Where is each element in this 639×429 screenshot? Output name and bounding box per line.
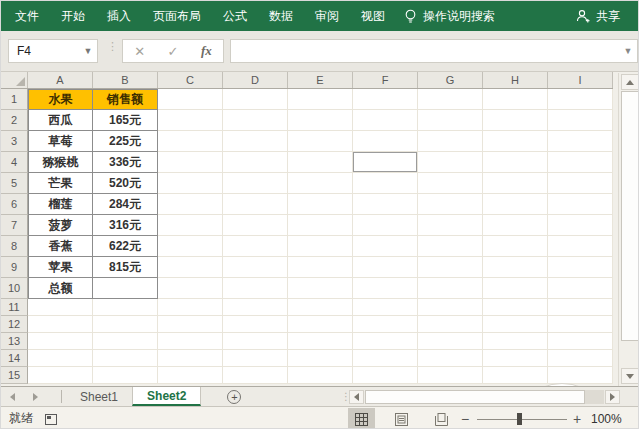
cell-G5[interactable] xyxy=(418,173,483,194)
cell-I8[interactable] xyxy=(548,236,613,257)
ribbon-tab-插入[interactable]: 插入 xyxy=(96,1,142,31)
normal-view-button[interactable] xyxy=(348,408,375,429)
zoom-slider-track[interactable] xyxy=(477,419,567,420)
cell-C3[interactable] xyxy=(158,131,223,152)
cell-A8[interactable]: 香蕉 xyxy=(28,236,93,257)
column-header-A[interactable]: A xyxy=(28,72,93,88)
name-box[interactable]: F4 ▼ xyxy=(8,39,98,63)
cell-H5[interactable] xyxy=(483,173,548,194)
cell-D2[interactable] xyxy=(223,110,288,131)
cell-E6[interactable] xyxy=(288,194,353,215)
cell-A3[interactable]: 草莓 xyxy=(28,131,93,152)
zoom-slider-thumb[interactable] xyxy=(517,413,522,425)
cell-E1[interactable] xyxy=(288,89,353,110)
cell-A2[interactable]: 西瓜 xyxy=(28,110,93,131)
cell-A9[interactable]: 苹果 xyxy=(28,257,93,278)
cell-H14[interactable] xyxy=(483,350,548,367)
cell-C12[interactable] xyxy=(158,316,223,333)
macro-record-icon[interactable] xyxy=(45,414,57,425)
expand-formula-bar-icon[interactable]: ▼ xyxy=(619,46,637,56)
cell-D8[interactable] xyxy=(223,236,288,257)
ribbon-tab-公式[interactable]: 公式 xyxy=(212,1,258,31)
cell-B8[interactable]: 622元 xyxy=(93,236,158,257)
cell-G12[interactable] xyxy=(418,316,483,333)
cell-D15[interactable] xyxy=(223,367,288,384)
row-header-2[interactable]: 2 xyxy=(1,110,28,131)
cell-A13[interactable] xyxy=(28,333,93,350)
cell-F14[interactable] xyxy=(353,350,418,367)
row-header-7[interactable]: 7 xyxy=(1,215,28,236)
column-header-B[interactable]: B xyxy=(93,72,158,88)
cell-A7[interactable]: 菠萝 xyxy=(28,215,93,236)
row-header-3[interactable]: 3 xyxy=(1,131,28,152)
cell-A5[interactable]: 芒果 xyxy=(28,173,93,194)
cell-I14[interactable] xyxy=(548,350,613,367)
formula-input[interactable]: ▼ xyxy=(230,39,638,63)
cell-D4[interactable] xyxy=(223,152,288,173)
new-sheet-button[interactable]: + xyxy=(227,390,241,404)
cell-C4[interactable] xyxy=(158,152,223,173)
cell-H12[interactable] xyxy=(483,316,548,333)
cell-E13[interactable] xyxy=(288,333,353,350)
ribbon-tab-数据[interactable]: 数据 xyxy=(258,1,304,31)
ribbon-tab-审阅[interactable]: 审阅 xyxy=(304,1,350,31)
cell-F13[interactable] xyxy=(353,333,418,350)
zoom-out-button[interactable]: − xyxy=(461,411,469,427)
cell-C15[interactable] xyxy=(158,367,223,384)
cell-B6[interactable]: 284元 xyxy=(93,194,158,215)
cell-F1[interactable] xyxy=(353,89,418,110)
cell-D6[interactable] xyxy=(223,194,288,215)
row-header-1[interactable]: 1 xyxy=(1,89,28,110)
cell-I2[interactable] xyxy=(548,110,613,131)
cell-C5[interactable] xyxy=(158,173,223,194)
cell-I9[interactable] xyxy=(548,257,613,278)
column-header-D[interactable]: D xyxy=(223,72,288,88)
cell-I10[interactable] xyxy=(548,278,613,299)
cell-E8[interactable] xyxy=(288,236,353,257)
insert-function-button[interactable]: fx xyxy=(190,40,223,62)
scroll-left-button[interactable] xyxy=(349,390,364,404)
ribbon-tab-文件[interactable]: 文件 xyxy=(4,1,50,31)
cell-B3[interactable]: 225元 xyxy=(93,131,158,152)
cell-E3[interactable] xyxy=(288,131,353,152)
cell-H7[interactable] xyxy=(483,215,548,236)
row-header-10[interactable]: 10 xyxy=(1,278,28,299)
horizontal-scrollbar-thumb[interactable] xyxy=(365,390,585,404)
cell-B1[interactable]: 销售额 xyxy=(93,89,158,110)
previous-sheet-button[interactable] xyxy=(1,393,24,401)
row-header-11[interactable]: 11 xyxy=(1,299,28,316)
cell-I15[interactable] xyxy=(548,367,613,384)
cell-A1[interactable]: 水果 xyxy=(28,89,93,110)
cell-A6[interactable]: 榴莲 xyxy=(28,194,93,215)
cell-D1[interactable] xyxy=(223,89,288,110)
cell-C8[interactable] xyxy=(158,236,223,257)
cell-D14[interactable] xyxy=(223,350,288,367)
cell-I7[interactable] xyxy=(548,215,613,236)
cell-E10[interactable] xyxy=(288,278,353,299)
cell-G9[interactable] xyxy=(418,257,483,278)
cell-C7[interactable] xyxy=(158,215,223,236)
cell-E2[interactable] xyxy=(288,110,353,131)
cell-D11[interactable] xyxy=(223,299,288,316)
cell-F9[interactable] xyxy=(353,257,418,278)
cell-F11[interactable] xyxy=(353,299,418,316)
cell-A4[interactable]: 猕猴桃 xyxy=(28,152,93,173)
cell-G6[interactable] xyxy=(418,194,483,215)
column-header-G[interactable]: G xyxy=(418,72,483,88)
row-header-13[interactable]: 13 xyxy=(1,333,28,350)
sheet-tab-sheet2[interactable]: Sheet2 xyxy=(132,387,201,406)
cell-G7[interactable] xyxy=(418,215,483,236)
cell-I3[interactable] xyxy=(548,131,613,152)
cell-F10[interactable] xyxy=(353,278,418,299)
cell-F4[interactable] xyxy=(353,152,418,173)
row-header-9[interactable]: 9 xyxy=(1,257,28,278)
cell-H11[interactable] xyxy=(483,299,548,316)
cell-A11[interactable] xyxy=(28,299,93,316)
cell-B12[interactable] xyxy=(93,316,158,333)
cell-B7[interactable]: 316元 xyxy=(93,215,158,236)
cell-E4[interactable] xyxy=(288,152,353,173)
cell-C2[interactable] xyxy=(158,110,223,131)
cell-H15[interactable] xyxy=(483,367,548,384)
sheet-tab-sheet1[interactable]: Sheet1 xyxy=(66,387,132,406)
cell-B2[interactable]: 165元 xyxy=(93,110,158,131)
